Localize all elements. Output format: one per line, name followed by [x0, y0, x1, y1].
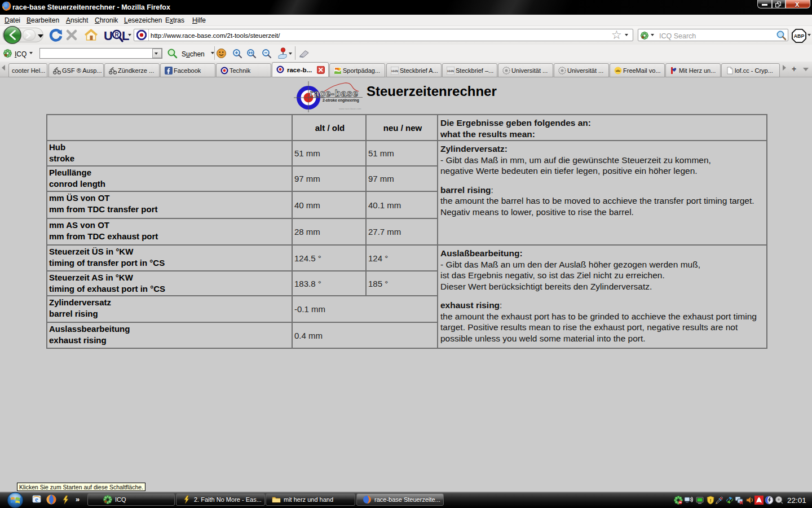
svg-text:2-stroke engineering: 2-stroke engineering [323, 98, 359, 103]
svg-text:ABP: ABP [794, 33, 805, 39]
svg-text:e: e [35, 495, 38, 503]
svg-text:!: ! [710, 498, 712, 503]
svg-text:HHN: HHN [391, 69, 398, 73]
svg-text:www.race-base.com: www.race-base.com [339, 107, 361, 110]
svg-text:HHN: HHN [447, 69, 454, 73]
svg-text:R: R [114, 32, 119, 38]
